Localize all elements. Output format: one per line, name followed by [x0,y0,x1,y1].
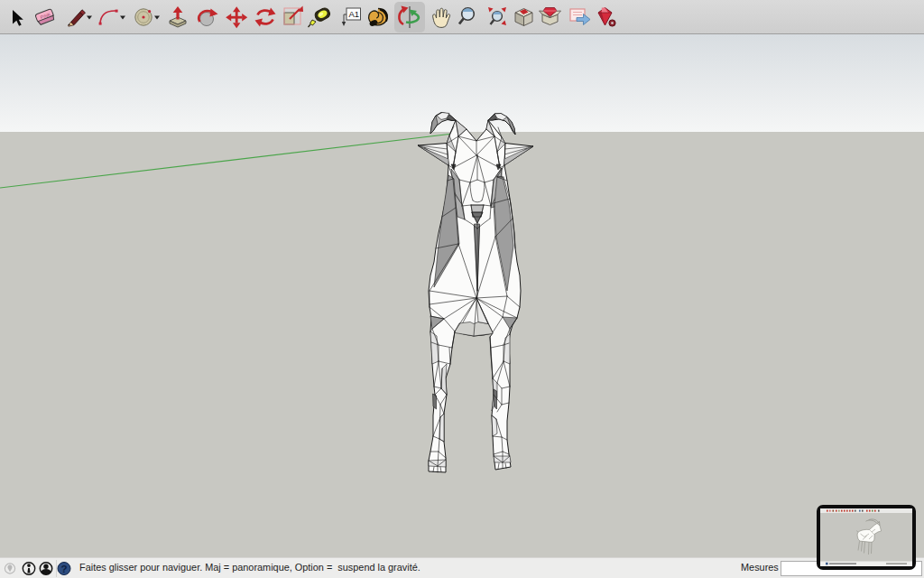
svg-text:?: ? [60,564,67,574]
